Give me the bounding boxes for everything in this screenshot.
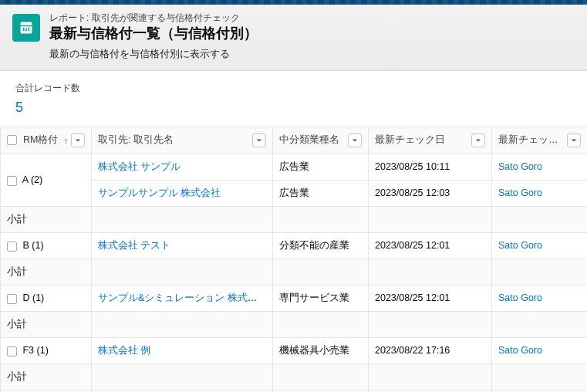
report-desc: 最新の与信格付を与信格付別に表示する <box>49 47 258 61</box>
report-icon <box>12 14 40 42</box>
subtotal-row: 小計 <box>1 311 588 337</box>
subtotal-label: 小計 <box>1 363 92 390</box>
subtotal-label: 小計 <box>1 311 92 337</box>
checkdate-cell: 2023/08/25 12:01 <box>369 285 492 311</box>
group-cell[interactable]: A (2) <box>1 154 92 206</box>
col-header-checkdate[interactable]: 最新チェック日 <box>369 127 492 154</box>
row-checkbox[interactable] <box>7 242 17 252</box>
report-header: レポート: 取引先が関連する与信格付チェック 最新与信格付一覧（与信格付別） 最… <box>0 5 587 71</box>
header-checkbox[interactable] <box>7 135 17 145</box>
table-row: B (1)株式会社 テスト分類不能の産業2023/08/25 12:01Sato… <box>1 232 588 259</box>
col-menu-button[interactable] <box>471 133 485 147</box>
checkdate-cell: 2023/08/22 17:16 <box>369 337 492 363</box>
industry-cell: 分類不能の産業 <box>273 232 369 259</box>
summary-label: 合計レコード数 <box>15 82 572 95</box>
subtotal-label: 小計 <box>1 206 92 232</box>
report-table: RM格付 ↑ 取引先: 取引先名 中分類業種名 最新チェック日 <box>0 127 587 392</box>
user-link[interactable]: Sato Goro <box>498 240 542 251</box>
col-menu-button[interactable] <box>567 133 581 147</box>
row-checkbox[interactable] <box>7 294 17 304</box>
group-count: (1) <box>37 345 49 356</box>
user-link[interactable]: Sato Goro <box>498 161 542 172</box>
user-link[interactable]: Sato Goro <box>498 292 542 303</box>
user-link[interactable]: Sato Goro <box>498 345 542 356</box>
col-header-industry[interactable]: 中分類業種名 <box>273 127 369 154</box>
group-name: B <box>22 240 29 251</box>
account-link[interactable]: 株式会社 例 <box>98 345 150 356</box>
group-count: (2) <box>31 174 42 185</box>
group-name: F3 <box>22 345 34 356</box>
col-header-rm-rating[interactable]: RM格付 ↑ <box>1 127 92 154</box>
account-link[interactable]: サンプル&シミュレーション 株式会社 <box>98 292 268 303</box>
report-title: 最新与信格付一覧（与信格付別） <box>49 25 258 42</box>
industry-cell: 広告業 <box>273 180 369 206</box>
industry-cell: 機械器具小売業 <box>273 337 369 363</box>
col-menu-button[interactable] <box>71 133 85 147</box>
subtotal-row: 小計 <box>1 363 588 390</box>
group-name: D <box>22 292 29 303</box>
col-menu-button[interactable] <box>348 133 362 147</box>
group-cell[interactable]: D (1) <box>1 285 92 311</box>
col-header-checkuser[interactable]: 最新チェックユーザ <box>492 127 588 154</box>
group-count: (1) <box>32 292 44 303</box>
col-menu-button[interactable] <box>252 133 266 147</box>
account-link[interactable]: 株式会社 テスト <box>98 240 170 251</box>
account-link[interactable]: 株式会社 サンプル <box>98 161 180 172</box>
table-row: A (2)株式会社 サンプル広告業2023/08/25 10:11Sato Go… <box>1 154 588 180</box>
table-row: D (1)サンプル&シミュレーション 株式会社専門サービス業2023/08/25… <box>1 285 588 311</box>
group-cell[interactable]: F3 (1) <box>1 337 92 363</box>
subtotal-label: 小計 <box>1 259 92 285</box>
industry-cell: 専門サービス業 <box>273 285 369 311</box>
account-link[interactable]: サンプルサンプル 株式会社 <box>98 188 221 198</box>
summary-block: 合計レコード数 5 <box>0 71 587 119</box>
industry-cell: 広告業 <box>273 154 369 180</box>
summary-value: 5 <box>15 100 572 116</box>
col-header-account[interactable]: 取引先: 取引先名 <box>92 127 273 154</box>
checkdate-cell: 2023/08/25 12:01 <box>369 232 492 259</box>
subtotal-row: 小計 <box>1 206 588 232</box>
row-checkbox[interactable] <box>7 346 17 357</box>
report-eyebrow: レポート: 取引先が関連する与信格付チェック <box>49 12 258 25</box>
user-link[interactable]: Sato Goro <box>498 188 542 198</box>
sort-asc-icon: ↑ <box>64 136 69 145</box>
checkdate-cell: 2023/08/25 12:03 <box>369 180 492 206</box>
subtotal-row: 小計 <box>1 259 588 285</box>
table-row: F3 (1)株式会社 例機械器具小売業2023/08/22 17:16Sato … <box>1 337 588 363</box>
row-checkbox[interactable] <box>7 176 17 186</box>
checkdate-cell: 2023/08/25 10:11 <box>369 154 492 180</box>
group-name: A <box>22 174 29 185</box>
group-count: (1) <box>32 240 43 251</box>
group-cell[interactable]: B (1) <box>1 232 92 259</box>
